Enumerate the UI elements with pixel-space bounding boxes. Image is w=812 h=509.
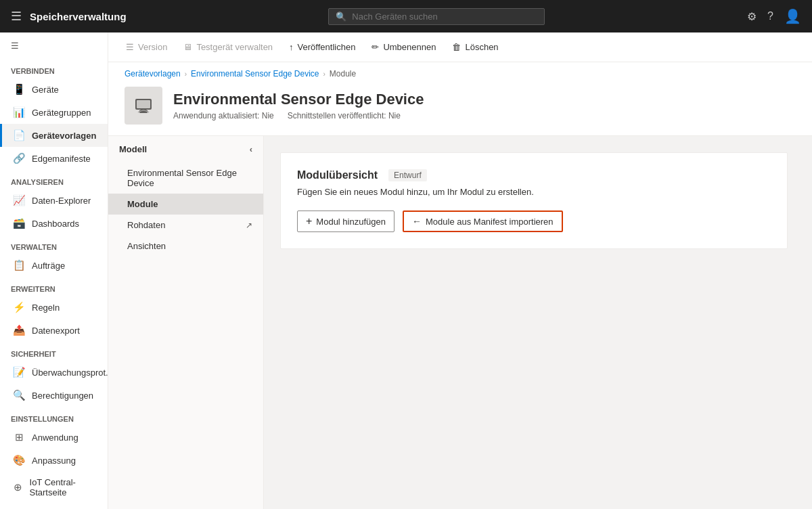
delete-label: Löschen — [465, 42, 498, 52]
breadcrumb-device[interactable]: Environmental Sensor Edge Device — [191, 69, 319, 79]
anpassung-icon: 🎨 — [13, 454, 25, 466]
module-actions: + Modul hinzufügen ← Module aus Manifest… — [297, 211, 771, 232]
daten-explorer-label: Daten-Explorer — [32, 196, 91, 206]
left-panel-item-module[interactable]: Module — [108, 194, 263, 215]
device-info: Environmental Sensor Edge Device Anwendu… — [173, 91, 424, 120]
search-input[interactable] — [352, 12, 537, 22]
sidebar-item-geraetegruppen[interactable]: 📊 Gerätegruppen — [0, 101, 108, 124]
regeln-label: Regeln — [32, 303, 60, 313]
import-module-icon: ← — [412, 216, 422, 227]
svg-rect-1 — [137, 100, 150, 108]
module-card-desc: Fügen Sie ein neues Modul hinzu, um Ihr … — [297, 187, 771, 197]
sidebar-item-geraete[interactable]: 📱 Geräte — [0, 78, 108, 101]
edgemanifeste-icon: 🔗 — [13, 152, 25, 164]
regeln-icon: ⚡ — [13, 301, 25, 313]
module-card-header: Modulübersicht Entwurf — [297, 169, 771, 181]
auftraege-label: Aufträge — [32, 261, 65, 271]
sidebar-item-dashboards[interactable]: 🗃️ Dashboards — [0, 212, 108, 235]
sidebar-item-daten-explorer[interactable]: 📈 Daten-Explorer — [0, 189, 108, 212]
sidebar-item-geraetevorlagen[interactable]: 📄 Gerätevorlagen — [0, 124, 108, 147]
rename-button[interactable]: ✏ Umbenennen — [365, 39, 443, 56]
collapse-icon[interactable]: ‹ — [250, 144, 252, 154]
user-icon[interactable]: 👤 — [784, 8, 801, 24]
dashboards-icon: 🗃️ — [13, 217, 25, 229]
content-area: Modell ‹ Environmental Sensor Edge Devic… — [108, 136, 812, 509]
sidebar-item-edgemanifeste[interactable]: 🔗 Edgemanifeste — [0, 147, 108, 170]
device-meta: Anwendung aktualisiert: Nie Schnittstell… — [173, 111, 424, 120]
geraete-icon: 📱 — [13, 83, 25, 95]
import-module-button[interactable]: ← Module aus Manifest importieren — [403, 211, 563, 232]
section-analysieren-label: Analysieren — [0, 170, 108, 189]
sidebar-item-regeln[interactable]: ⚡ Regeln — [0, 296, 108, 319]
sidebar-section-sicherheit: Sicherheit 📝 Überwachungsprot... 🔍 Berec… — [0, 342, 108, 407]
left-panel-item-rohdaten[interactable]: Rohdaten ↗ — [108, 215, 263, 236]
test-device-icon: 🖥 — [183, 42, 192, 52]
left-panel-title: Modell — [119, 144, 147, 154]
module-card: Modulübersicht Entwurf Fügen Sie ein neu… — [280, 152, 788, 249]
breadcrumb-sep-1: › — [185, 70, 187, 78]
sidebar-section-verbinden: Verbinden 📱 Geräte 📊 Gerätegruppen 📄 Ger… — [0, 59, 108, 170]
berechtigungen-icon: 🔍 — [13, 389, 25, 401]
add-module-button[interactable]: + Modul hinzufügen — [297, 211, 394, 232]
sidebar-menu-icon[interactable]: ☰ — [0, 32, 108, 59]
test-device-button[interactable]: 🖥 Testgerät verwalten — [177, 39, 279, 56]
iot-central-label: IoT Central-Startseite — [30, 477, 97, 497]
svg-rect-3 — [139, 112, 148, 113]
sidebar-item-anwendung[interactable]: ⊞ Anwendung — [0, 426, 108, 449]
sidebar-item-datenexport[interactable]: 📤 Datenexport — [0, 319, 108, 342]
left-panel-header: Modell ‹ — [108, 136, 263, 162]
geraete-label: Geräte — [32, 85, 59, 95]
import-module-label: Module aus Manifest importieren — [426, 217, 554, 227]
rename-label: Umbenennen — [383, 42, 436, 52]
right-panel: Modulübersicht Entwurf Fügen Sie ein neu… — [264, 136, 812, 509]
left-panel-item-ansichten[interactable]: Ansichten — [108, 236, 263, 257]
ueberwachungsprot-icon: 📝 — [13, 366, 25, 378]
version-button[interactable]: ☰ Version — [119, 39, 174, 56]
settings-icon[interactable]: ⚙ — [747, 10, 757, 23]
topbar: ☰ Speicherverwaltung 🔍 ⚙ ? 👤 — [0, 0, 812, 32]
sidebar: ☰ Verbinden 📱 Geräte 📊 Gerätegruppen 📄 G… — [0, 32, 108, 509]
anwendung-icon: ⊞ — [13, 431, 25, 443]
sidebar-section-verwalten: Verwalten 📋 Aufträge — [0, 235, 108, 277]
app-title: Speicherverwaltung — [30, 11, 127, 22]
section-verwalten-label: Verwalten — [0, 235, 108, 254]
toolbar: ☰ Version 🖥 Testgerät verwalten ↑ Veröff… — [108, 32, 812, 62]
ueberwachungsprot-label: Überwachungsprot... — [32, 368, 108, 378]
rohdaten-label: Rohdaten — [127, 220, 165, 230]
version-icon: ☰ — [126, 42, 134, 52]
topbar-left: ☰ Speicherverwaltung — [11, 9, 127, 24]
geraetevorlagen-icon: 📄 — [13, 129, 25, 141]
sidebar-item-ueberwachungsprot[interactable]: 📝 Überwachungsprot... — [0, 361, 108, 384]
anwendung-label: Anwendung — [32, 433, 78, 443]
section-einstellungen-label: Einstellungen — [0, 407, 108, 426]
layout: ☰ Verbinden 📱 Geräte 📊 Gerätegruppen 📄 G… — [0, 32, 812, 509]
sidebar-item-anpassung[interactable]: 🎨 Anpassung — [0, 449, 108, 472]
anpassung-label: Anpassung — [32, 456, 76, 466]
sidebar-item-berechtigungen[interactable]: 🔍 Berechtigungen — [0, 384, 108, 407]
left-panel: Modell ‹ Environmental Sensor Edge Devic… — [108, 136, 264, 509]
module-card-title: Modulübersicht — [297, 169, 378, 181]
device-meta-app: Anwendung aktualisiert: Nie — [173, 111, 274, 120]
sidebar-item-auftraege[interactable]: 📋 Aufträge — [0, 254, 108, 277]
menu-icon[interactable]: ☰ — [11, 9, 22, 24]
add-module-icon: + — [306, 215, 312, 227]
device-avatar-icon — [133, 95, 154, 116]
search-icon: 🔍 — [336, 12, 346, 22]
left-panel-item-sensor[interactable]: Environmental Sensor Edge Device — [108, 162, 263, 194]
help-icon[interactable]: ? — [767, 10, 773, 22]
breadcrumb-sep-2: › — [323, 70, 325, 78]
rename-icon: ✏ — [371, 42, 379, 52]
ansichten-label: Ansichten — [127, 241, 166, 251]
breadcrumb-templates[interactable]: Gerätevorlagen — [125, 69, 181, 79]
delete-button[interactable]: 🗑 Löschen — [445, 39, 505, 56]
datenexport-label: Datenexport — [32, 326, 80, 336]
sidebar-item-iot-central[interactable]: ⊕ IoT Central-Startseite — [0, 472, 108, 503]
iot-central-icon: ⊕ — [13, 481, 23, 493]
main-content: ☰ Version 🖥 Testgerät verwalten ↑ Veröff… — [108, 32, 812, 509]
add-module-label: Modul hinzufügen — [316, 217, 386, 227]
datenexport-icon: 📤 — [13, 324, 25, 336]
publish-button[interactable]: ↑ Veröffentlichen — [282, 39, 362, 56]
sensor-device-label: Environmental Sensor Edge Device — [127, 168, 252, 188]
publish-icon: ↑ — [289, 42, 294, 52]
device-meta-interface: Schnittstellen veröffentlicht: Nie — [288, 111, 401, 120]
